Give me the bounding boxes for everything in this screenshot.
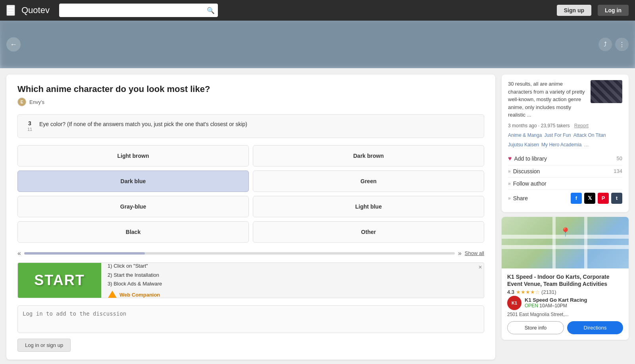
map-business-row: K1 K1 Speed Go Kart Racing OPEN 10AM–10P… <box>507 296 623 310</box>
quiz-card: Which anime character do you look most l… <box>6 75 495 360</box>
ad-step-3: 3) Block Ads & Malware <box>108 280 477 288</box>
map-action-buttons: Store info Directions <box>507 321 623 334</box>
tag-jujutsu-kaisen[interactable]: Jujutsu Kaisen <box>508 142 539 148</box>
info-card-thumbnail[interactable] <box>591 80 622 103</box>
question-block: 3 11 Eye color? (If none of the answers … <box>17 114 484 138</box>
main-layout: Which anime character do you look most l… <box>0 68 635 360</box>
follow-label: Follow author <box>513 180 622 187</box>
library-count: 50 <box>617 155 622 161</box>
map-business-details: K1 Speed Go Kart Racing OPEN 10AM–10PM <box>525 297 587 308</box>
quiz-author: E Envy's <box>17 98 484 106</box>
ad-start-area[interactable]: START <box>18 263 101 298</box>
info-card: 30 results, all are anime characters fro… <box>502 75 629 212</box>
ad-logo-area: Web Companion <box>108 291 477 298</box>
sidebar: 30 results, all are anime characters fro… <box>502 75 629 360</box>
answer-dark-blue[interactable]: Dark blue <box>17 171 249 192</box>
tag-my-hero-academia[interactable]: My Hero Academia <box>541 142 581 148</box>
signup-button[interactable]: Sign up <box>557 5 591 16</box>
directions-button[interactable]: Directions <box>567 321 623 334</box>
store-info-button[interactable]: Store info <box>507 321 564 334</box>
question-number: 3 11 <box>25 120 35 132</box>
twitter-share-button[interactable]: 𝕏 <box>584 193 595 204</box>
share-action: » Share f 𝕏 P t <box>508 190 622 207</box>
progress-next-button[interactable]: » <box>458 250 462 257</box>
map-road-vertical <box>552 217 556 268</box>
map-road-horizontal <box>502 245 629 249</box>
login-signup-button[interactable]: Log in or sign up <box>17 339 71 352</box>
login-button[interactable]: Log in <box>598 5 629 16</box>
ad-step-2: 2) Start the Installation <box>108 271 477 280</box>
share-arrow-icon: » <box>508 195 511 201</box>
progress-area: « » Show all <box>17 248 484 259</box>
ad-step-1: 1) Click on "Start" <box>108 262 477 270</box>
ad-logo-triangle <box>108 291 117 298</box>
tag-attack-on-titan[interactable]: Attack On Titan <box>573 132 606 140</box>
question-total: 11 <box>27 127 32 132</box>
add-to-library-action[interactable]: ♥ Add to library 50 <box>508 152 622 165</box>
info-meta: 3 months ago · 23,975 takers Report <box>508 123 622 128</box>
answer-gray-blue[interactable]: Gray-blue <box>17 196 249 217</box>
quiz-title: Which anime character do you look most l… <box>17 84 484 94</box>
progress-prev-button[interactable]: « <box>17 250 21 257</box>
discussion-arrow-icon: » <box>508 169 511 174</box>
map-rating-number: 4.3 <box>507 289 514 295</box>
more-options-button[interactable]: ⋮ <box>615 38 629 51</box>
back-button[interactable]: ← <box>6 37 21 52</box>
info-time: 3 months ago <box>508 123 537 128</box>
answer-dark-brown[interactable]: Dark brown <box>253 145 484 167</box>
map-stars: ★★★★☆ <box>516 289 540 295</box>
progress-bar-track <box>24 252 455 255</box>
tag-just-for-fun[interactable]: Just For Fun <box>544 132 571 140</box>
pinterest-share-button[interactable]: P <box>598 193 609 204</box>
heart-icon: ♥ <box>508 155 512 162</box>
answer-other[interactable]: Other <box>253 221 484 243</box>
map-card: ✕ ▶ 📍 K1 Speed - Indoor Go Karts, Corpor… <box>502 217 629 340</box>
report-link[interactable]: Report <box>574 123 589 128</box>
ad-close-button[interactable]: ✕ <box>478 264 482 270</box>
info-takers: 23,975 takers <box>541 123 570 128</box>
progress-bar-fill <box>24 252 145 255</box>
question-current: 3 <box>28 120 31 127</box>
share-button[interactable]: ⤴ <box>598 38 612 51</box>
facebook-share-button[interactable]: f <box>571 193 582 204</box>
show-all-button[interactable]: Show all <box>465 250 484 256</box>
map-status: OPEN <box>525 303 538 308</box>
search-input[interactable] <box>59 4 218 17</box>
answer-grid: Light brown Dark brown Dark blue Green G… <box>17 145 484 243</box>
library-label: Add to library <box>514 155 613 162</box>
ad-steps: 1) Click on "Start" 2) Start the Install… <box>101 263 484 298</box>
answer-light-blue[interactable]: Light blue <box>253 196 484 217</box>
social-icons: f 𝕏 P t <box>571 193 622 204</box>
ad-start-text: START <box>34 272 85 289</box>
map-rating: 4.3 ★★★★☆ (2131) <box>507 289 623 295</box>
search-wrap: 🔍 <box>59 4 218 17</box>
author-name: Envy's <box>29 99 44 105</box>
topnav: ☰ Quotev 🔍 Sign up Log in <box>0 0 635 21</box>
map-area: 📍 <box>502 217 629 268</box>
answer-light-brown[interactable]: Light brown <box>17 145 249 167</box>
hero-banner: ← ⤴ ⋮ <box>0 21 635 68</box>
follow-author-action[interactable]: » Follow author <box>508 178 622 190</box>
hero-action-buttons: ⤴ ⋮ <box>598 38 629 51</box>
map-road-vertical-2 <box>584 217 587 268</box>
comment-input[interactable] <box>17 305 484 333</box>
map-hours: 10AM–10PM <box>539 303 567 308</box>
search-button[interactable]: 🔍 <box>207 7 215 14</box>
tumblr-share-button[interactable]: t <box>611 193 622 204</box>
info-card-top: 30 results, all are anime characters fro… <box>508 80 622 119</box>
info-ellipsis: ... <box>527 112 531 118</box>
map-info: K1 Speed - Indoor Go Karts, Corporate Ev… <box>502 268 629 340</box>
question-text: Eye color? (If none of the answers match… <box>39 120 477 128</box>
tags-ellipsis: … <box>584 142 589 148</box>
site-logo: Quotev <box>21 5 50 15</box>
info-tags: Anime & Manga Just For Fun Attack On Tit… <box>508 132 622 148</box>
tag-anime-manga[interactable]: Anime & Manga <box>508 132 542 140</box>
discussion-action[interactable]: » Discussion 134 <box>508 165 622 178</box>
info-card-description: 30 results, all are anime characters fro… <box>508 80 586 119</box>
hamburger-menu-button[interactable]: ☰ <box>6 5 15 16</box>
discussion-label: Discussion <box>513 168 610 174</box>
answer-black[interactable]: Black <box>17 221 249 243</box>
answer-green[interactable]: Green <box>253 171 484 192</box>
map-business-name: K1 Speed - Indoor Go Karts, Corporate Ev… <box>507 273 623 287</box>
author-avatar: E <box>17 98 26 106</box>
